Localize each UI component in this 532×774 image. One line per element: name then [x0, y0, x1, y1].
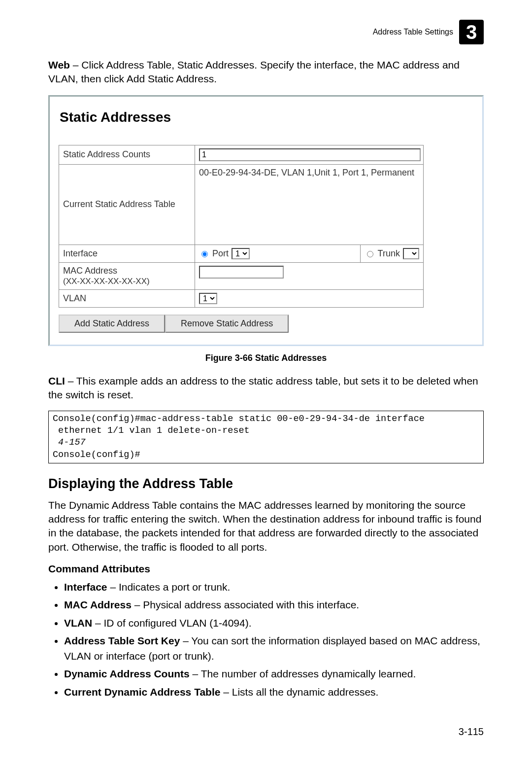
panel-title: Static Addresses: [60, 109, 473, 125]
port-select[interactable]: 1: [232, 248, 250, 259]
vlan-select[interactable]: 1: [199, 293, 217, 304]
list-item: Address Table Sort Key – You can sort th…: [64, 633, 484, 664]
vlan-label: VLAN: [59, 289, 195, 307]
cli-code-block: Console(config)#mac-address-table static…: [48, 411, 484, 463]
table-row: MAC Address (XX-XX-XX-XX-XX-XX): [59, 262, 424, 289]
static-count-label: Static Address Counts: [59, 145, 195, 164]
header-title: Address Table Settings: [373, 28, 453, 36]
list-item: MAC Address – Physical address associate…: [64, 598, 484, 612]
section-paragraph: The Dynamic Address Table contains the M…: [48, 498, 484, 554]
section-heading: Displaying the Address Table: [48, 476, 484, 492]
chapter-number-badge: 3: [459, 20, 484, 44]
current-table-label: Current Static Address Table: [59, 164, 195, 245]
current-table-value: 00-E0-29-94-34-DE, VLAN 1,Unit 1, Port 1…: [195, 164, 423, 245]
static-addresses-panel: Static Addresses Static Address Counts C…: [48, 95, 484, 346]
remove-static-address-button[interactable]: Remove Static Address: [165, 315, 289, 333]
trunk-select[interactable]: [403, 248, 419, 259]
add-static-address-button[interactable]: Add Static Address: [59, 315, 165, 333]
table-row: Static Address Counts: [59, 145, 424, 164]
trunk-radio[interactable]: [367, 251, 373, 257]
figure-caption: Figure 3-66 Static Addresses: [48, 353, 484, 363]
table-row: VLAN 1: [59, 289, 424, 307]
list-item: Dynamic Address Counts – The number of a…: [64, 667, 484, 681]
mac-label: MAC Address: [63, 266, 117, 276]
table-row: Current Static Address Table 00-E0-29-94…: [59, 164, 424, 245]
mac-format-hint: (XX-XX-XX-XX-XX-XX): [63, 277, 150, 286]
web-instructions: Web – Click Address Table, Static Addres…: [48, 58, 484, 86]
mac-input[interactable]: [199, 266, 284, 279]
table-row: Interface Port 1 Trunk: [59, 245, 424, 262]
attributes-list: Interface – Indicates a port or trunk. M…: [48, 580, 484, 700]
list-item: Current Dynamic Address Table – Lists al…: [64, 685, 484, 700]
page-number: 3-115: [48, 726, 484, 738]
button-row: Add Static Address Remove Static Address: [59, 315, 473, 333]
list-item: VLAN – ID of configured VLAN (1-4094).: [64, 616, 484, 631]
port-radio[interactable]: [201, 251, 208, 257]
trunk-radio-label: Trunk: [378, 248, 400, 259]
static-count-input[interactable]: [199, 148, 421, 161]
list-item: Interface – Indicates a port or trunk.: [64, 580, 484, 595]
cli-instructions: CLI – This example adds an address to th…: [48, 374, 484, 402]
page-header: Address Table Settings 3: [48, 20, 484, 44]
interface-label: Interface: [59, 245, 195, 262]
port-radio-label: Port: [212, 248, 229, 259]
config-table: Static Address Counts Current Static Add…: [59, 145, 424, 308]
command-attributes-heading: Command Attributes: [48, 563, 484, 575]
